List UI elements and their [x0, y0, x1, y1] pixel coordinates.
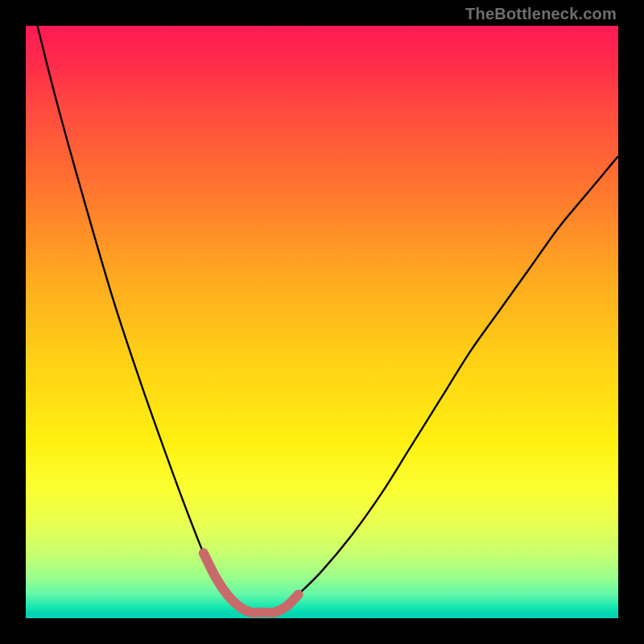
bottleneck-curve — [26, 26, 618, 618]
curve-main — [26, 26, 618, 613]
credit-label: TheBottleneck.com — [465, 5, 617, 23]
plot-area — [26, 26, 618, 618]
chart-frame: TheBottleneck.com — [0, 0, 644, 644]
curve-highlight — [204, 553, 299, 613]
